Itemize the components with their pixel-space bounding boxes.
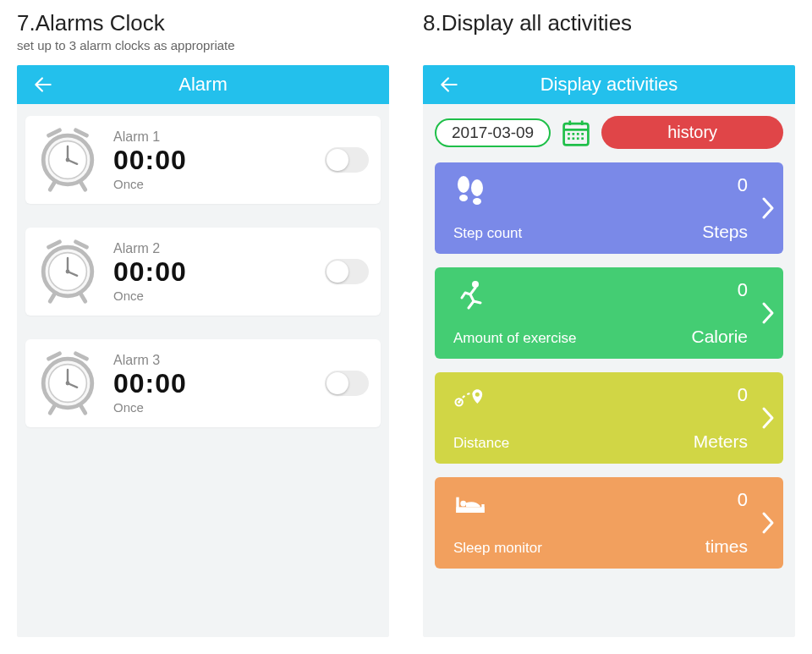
- chevron-right-icon: [760, 300, 776, 326]
- alarm-row[interactable]: Alarm 3 00:00 Once: [25, 339, 381, 427]
- back-button[interactable]: [32, 74, 54, 96]
- date-picker[interactable]: 2017-03-09: [435, 118, 551, 147]
- activity-card-distance[interactable]: Distance 0 Meters: [435, 372, 783, 464]
- alarm-repeat: Once: [113, 289, 325, 303]
- activity-value: 0: [738, 174, 748, 196]
- alarm-clock-icon: [34, 238, 102, 305]
- alarm-toggle[interactable]: [325, 259, 369, 284]
- alarm-info: Alarm 2 00:00 Once: [113, 241, 325, 303]
- svg-rect-35: [456, 507, 484, 513]
- activity-label: Distance: [453, 435, 509, 452]
- activities-section: 8.Display all activities Display activit…: [423, 10, 795, 637]
- svg-point-29: [471, 179, 483, 196]
- section-subtitle: set up to 3 alarm clocks as appropriate: [17, 38, 389, 57]
- svg-point-27: [458, 176, 469, 193]
- footsteps-icon: [453, 174, 487, 205]
- svg-point-9: [66, 270, 70, 274]
- svg-rect-37: [481, 504, 484, 513]
- alarm-time: 00:00: [113, 370, 325, 397]
- svg-rect-20: [573, 133, 575, 135]
- alarm-row[interactable]: Alarm 1 00:00 Once: [25, 116, 381, 204]
- alarm-topbar: Alarm: [17, 65, 389, 104]
- distance-icon: [453, 384, 487, 415]
- alarm-name: Alarm 2: [113, 241, 325, 256]
- svg-rect-19: [568, 133, 570, 135]
- chevron-right-icon: [760, 510, 776, 536]
- svg-point-38: [460, 501, 466, 507]
- svg-point-30: [473, 198, 481, 205]
- svg-point-14: [66, 382, 70, 386]
- sleep-icon: [453, 489, 487, 519]
- arrow-left-icon: [438, 74, 460, 96]
- activities-body: 2017-03-09 history: [423, 104, 795, 580]
- activity-label: Amount of exercise: [453, 330, 577, 347]
- running-icon: [453, 279, 487, 310]
- activity-unit: times: [705, 536, 748, 557]
- activity-card-sleep[interactable]: Sleep monitor 0 times: [435, 477, 783, 569]
- activity-card-steps[interactable]: Step count 0 Steps: [435, 162, 783, 254]
- chevron-right-icon: [760, 195, 776, 221]
- svg-point-34: [475, 393, 480, 397]
- section-subtitle-empty: [423, 38, 795, 57]
- alarm-info: Alarm 3 00:00 Once: [113, 353, 325, 415]
- alarm-clock-icon: [34, 126, 102, 194]
- alarm-repeat: Once: [113, 177, 325, 191]
- svg-rect-26: [582, 137, 584, 140]
- alarm-toggle[interactable]: [325, 371, 369, 396]
- calendar-icon[interactable]: [561, 118, 591, 148]
- svg-rect-15: [564, 124, 589, 145]
- alarm-name: Alarm 1: [113, 129, 325, 145]
- alarm-screen: Alarm Alarm 1 00:00 Once: [17, 65, 389, 637]
- back-button[interactable]: [438, 74, 460, 96]
- alarm-row[interactable]: Alarm 2 00:00 Once: [25, 228, 381, 316]
- activity-value: 0: [738, 279, 748, 301]
- alarm-name: Alarm 3: [113, 353, 325, 368]
- activity-label: Sleep monitor: [453, 540, 542, 557]
- chevron-right-icon: [760, 405, 776, 431]
- activity-unit: Calorie: [691, 327, 748, 347]
- activities-topbar: Display activities: [423, 65, 795, 104]
- section-title: 8.Display all activities: [423, 10, 795, 36]
- activity-unit: Steps: [702, 222, 748, 242]
- alarm-info: Alarm 1 00:00 Once: [113, 129, 325, 191]
- svg-rect-22: [582, 133, 584, 135]
- activity-card-exercise[interactable]: Amount of exercise 0 Calorie: [435, 267, 783, 359]
- activities-screen: Display activities 2017-03-09 history: [423, 65, 795, 637]
- svg-rect-36: [456, 497, 458, 513]
- alarms-section: 7.Alarms Clock set up to 3 alarm clocks …: [17, 10, 389, 637]
- alarm-time: 00:00: [113, 258, 325, 285]
- section-title: 7.Alarms Clock: [17, 10, 389, 36]
- date-history-row: 2017-03-09 history: [435, 116, 783, 149]
- activity-label: Step count: [453, 225, 522, 242]
- screen-title: Alarm: [17, 74, 389, 96]
- alarm-repeat: Once: [113, 400, 325, 415]
- arrow-left-icon: [32, 74, 54, 96]
- alarm-time: 00:00: [113, 146, 325, 173]
- activity-value: 0: [738, 489, 748, 511]
- history-button[interactable]: history: [601, 116, 783, 149]
- screen-title: Display activities: [423, 74, 795, 96]
- alarm-toggle[interactable]: [325, 147, 369, 173]
- alarm-clock-icon: [34, 349, 102, 417]
- activity-unit: Meters: [694, 431, 748, 452]
- alarm-list: Alarm 1 00:00 Once Alarm 2: [17, 104, 389, 463]
- svg-point-28: [459, 195, 468, 201]
- svg-rect-23: [568, 137, 570, 140]
- svg-rect-25: [577, 137, 579, 140]
- svg-rect-21: [577, 133, 579, 135]
- activity-value: 0: [738, 384, 748, 406]
- svg-point-4: [66, 158, 70, 162]
- svg-rect-24: [573, 137, 575, 140]
